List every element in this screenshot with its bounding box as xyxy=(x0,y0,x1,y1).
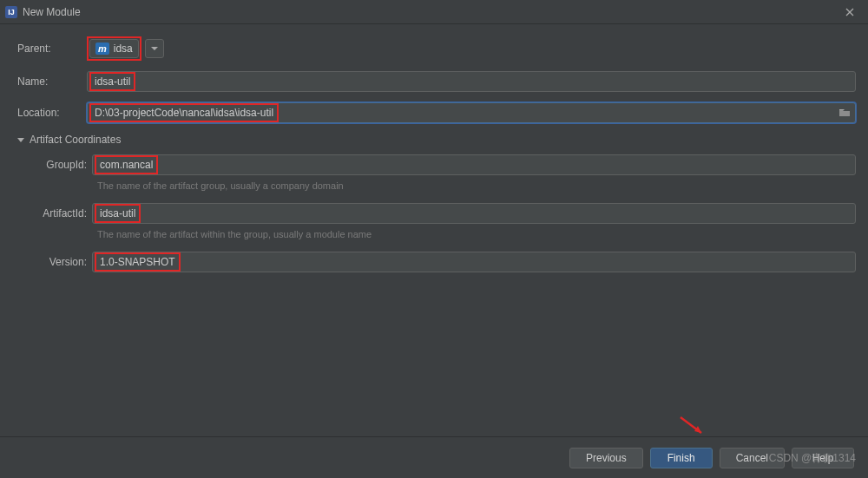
highlight-parent: m idsa xyxy=(87,36,141,61)
group-id-hint: The name of the artifact group, usually … xyxy=(17,180,856,191)
footer-bar: Previous Finish Cancel Help xyxy=(0,436,868,478)
parent-label: Parent: xyxy=(12,43,87,55)
parent-value: idsa xyxy=(114,43,133,55)
artifact-section-title: Artifact Coordinates xyxy=(30,134,121,146)
svg-text:IJ: IJ xyxy=(8,8,15,16)
app-icon: IJ xyxy=(5,6,17,18)
version-label: Version: xyxy=(17,256,92,268)
version-input[interactable] xyxy=(92,252,856,272)
cancel-button[interactable]: Cancel xyxy=(720,448,785,468)
artifact-id-input[interactable] xyxy=(92,203,856,224)
finish-button[interactable]: Finish xyxy=(650,448,713,468)
artifact-id-hint: The name of the artifact within the grou… xyxy=(17,229,856,239)
content-area: Parent: m idsa Name: idsa-util Location:… xyxy=(0,24,868,272)
svg-line-4 xyxy=(681,417,701,433)
artifact-block: GroupId: com.nancal The name of the arti… xyxy=(12,154,856,272)
name-input[interactable] xyxy=(87,71,856,92)
parent-dropdown-button[interactable] xyxy=(145,39,164,58)
location-input[interactable] xyxy=(87,102,856,123)
version-row: Version: 1.0-SNAPSHOT xyxy=(17,252,856,272)
title-bar: IJ New Module xyxy=(0,0,868,24)
location-label: Location: xyxy=(12,107,87,119)
artifact-id-row: ArtifactId: idsa-util xyxy=(17,203,856,224)
group-id-label: GroupId: xyxy=(17,159,92,171)
artifact-section-toggle[interactable]: Artifact Coordinates xyxy=(17,134,856,146)
group-id-input[interactable] xyxy=(92,154,856,175)
name-row: Name: idsa-util xyxy=(12,71,856,92)
maven-icon: m xyxy=(95,43,109,55)
location-row: Location: D:\03-projectCode\nancal\idsa\… xyxy=(12,102,856,123)
group-id-row: GroupId: com.nancal xyxy=(17,154,856,175)
close-icon xyxy=(845,8,854,16)
window-title: New Module xyxy=(23,6,81,18)
close-button[interactable] xyxy=(837,0,863,24)
artifact-id-label: ArtifactId: xyxy=(17,207,92,219)
chevron-down-icon xyxy=(17,138,24,142)
parent-selector[interactable]: m idsa xyxy=(89,39,139,58)
previous-button[interactable]: Previous xyxy=(569,448,643,468)
name-label: Name: xyxy=(12,75,87,88)
help-button[interactable]: Help xyxy=(792,448,854,468)
parent-row: Parent: m idsa xyxy=(12,36,856,61)
svg-marker-5 xyxy=(694,426,701,433)
chevron-down-icon xyxy=(151,47,158,50)
browse-folder-icon[interactable] xyxy=(838,107,851,119)
